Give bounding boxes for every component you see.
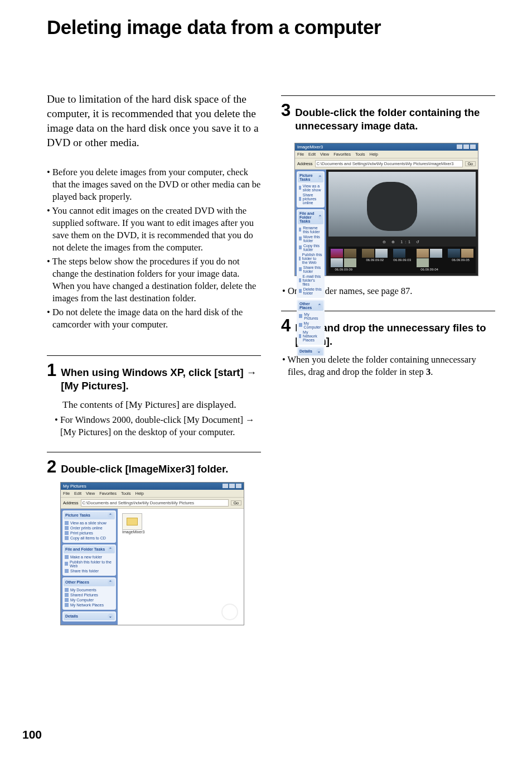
task-link[interactable]: Share pictures online bbox=[303, 193, 323, 205]
step-number: 1 bbox=[47, 361, 56, 379]
place-link[interactable]: My Computer bbox=[70, 598, 94, 602]
address-input[interactable] bbox=[315, 160, 463, 167]
bullet-item: Before you delete images from your compu… bbox=[47, 166, 261, 204]
task-link[interactable]: E-mail this folder's files bbox=[303, 274, 323, 286]
task-link[interactable]: Make a new folder bbox=[70, 555, 102, 559]
chevron-icon[interactable]: ⌃ bbox=[318, 303, 322, 308]
viewer-controls[interactable]: ⊖ ⊕ 1:1 ↺ bbox=[328, 239, 476, 247]
menu-item[interactable]: Favorites bbox=[99, 491, 117, 496]
address-label: Address bbox=[297, 161, 313, 166]
chevron-icon[interactable]: ⌃ bbox=[318, 175, 322, 180]
panel-header: File and Folder Tasks bbox=[65, 547, 105, 551]
folder-item-imagemixer3[interactable]: ImageMixer3 bbox=[122, 513, 143, 534]
step-number: 3 bbox=[281, 102, 291, 119]
place-icon bbox=[65, 593, 69, 597]
folder-group[interactable]: 06.09.09.02 bbox=[362, 249, 388, 262]
chevron-icon[interactable]: ⌄ bbox=[316, 349, 322, 354]
menu-item[interactable]: Favorites bbox=[333, 152, 351, 157]
task-link[interactable]: Publish this folder to the Web bbox=[302, 253, 322, 264]
task-link[interactable]: Publish this folder to the Web bbox=[70, 560, 114, 568]
task-link[interactable]: View as a slide show bbox=[303, 184, 322, 192]
place-link[interactable]: My Documents bbox=[70, 588, 96, 592]
menu-item[interactable]: File bbox=[297, 152, 304, 157]
menu-item[interactable]: Tools bbox=[121, 491, 131, 496]
menu-item[interactable]: Help bbox=[370, 152, 378, 157]
page-title: Deleting image data from a computer bbox=[47, 17, 495, 38]
chevron-icon[interactable]: ⌄ bbox=[108, 614, 113, 619]
task-icon bbox=[299, 245, 302, 249]
chevron-icon[interactable]: ⌃ bbox=[108, 547, 113, 552]
task-link[interactable]: Share this folder bbox=[303, 266, 323, 273]
thumbnail-strip[interactable]: 06.09.09.09 06.09.09.02 06.09.09.03 06.0… bbox=[328, 247, 476, 273]
place-link[interactable]: Shared Pictures bbox=[70, 593, 98, 597]
address-input[interactable] bbox=[81, 499, 229, 507]
step-number: 4 bbox=[281, 317, 291, 334]
step-cross-ref: 3 bbox=[426, 367, 431, 377]
menu-item[interactable]: Edit bbox=[74, 491, 81, 496]
menu-item[interactable]: Help bbox=[136, 491, 144, 496]
folder-group[interactable]: 06.09.09.03 bbox=[393, 249, 411, 262]
task-icon bbox=[65, 569, 69, 573]
folder-group-label: 06.09.09.05 bbox=[452, 258, 470, 262]
go-button[interactable]: Go bbox=[231, 500, 241, 505]
task-link[interactable]: Delete this folder bbox=[303, 287, 323, 295]
window-controls[interactable] bbox=[457, 144, 476, 149]
step-note: For Windows 2000, double-click [My Docum… bbox=[47, 414, 261, 439]
menu-item[interactable]: File bbox=[63, 491, 70, 496]
panel-header: Other Places bbox=[65, 580, 89, 584]
step-title: Double-click the folder containing the u… bbox=[295, 106, 495, 133]
menu-item[interactable]: Tools bbox=[355, 152, 365, 157]
task-link[interactable]: Copy all items to CD bbox=[70, 536, 106, 540]
divider bbox=[47, 452, 261, 452]
address-label: Address bbox=[63, 500, 79, 505]
task-icon bbox=[65, 531, 69, 535]
task-link[interactable]: Print pictures bbox=[70, 531, 93, 535]
place-link[interactable]: My Network Places bbox=[303, 330, 322, 342]
place-icon bbox=[65, 588, 69, 592]
panel-header: Details bbox=[65, 614, 78, 618]
chevron-icon[interactable]: ⌃ bbox=[108, 580, 113, 585]
step-title-b: [My Pictures]. bbox=[61, 380, 128, 392]
page-number: 100 bbox=[22, 728, 42, 741]
task-link[interactable]: Copy this folder bbox=[303, 244, 322, 252]
screenshot-my-pictures: My Pictures File Edit View Favorites Too… bbox=[60, 482, 244, 625]
task-icon bbox=[65, 521, 69, 525]
folder-group[interactable]: 06.09.09.04 bbox=[417, 249, 442, 271]
go-button[interactable]: Go bbox=[465, 161, 476, 166]
folder-group[interactable]: 06.09.09.09 bbox=[331, 249, 356, 271]
menu-item[interactable]: View bbox=[320, 152, 329, 157]
place-link[interactable]: My Computer bbox=[304, 321, 323, 329]
place-link[interactable]: My Network Places bbox=[70, 603, 104, 607]
task-link[interactable]: Rename this folder bbox=[303, 226, 322, 234]
place-link[interactable]: My Pictures bbox=[304, 312, 322, 320]
task-link[interactable]: Share this folder bbox=[70, 569, 99, 573]
explorer-sidebar: Picture Tasks⌃ View as a slide show Orde… bbox=[61, 509, 118, 625]
watermark-icon bbox=[221, 604, 238, 620]
menu-item[interactable]: Edit bbox=[308, 152, 316, 157]
task-icon bbox=[299, 278, 301, 282]
chevron-icon[interactable]: ⌃ bbox=[108, 513, 113, 518]
step-title: Double-click [ImageMixer3] folder. bbox=[61, 462, 261, 476]
menu-bar[interactable]: File Edit View Favorites Tools Help bbox=[295, 151, 478, 158]
explorer-sidebar: Picture Tasks⌃ View as a slide show Shar… bbox=[295, 170, 326, 276]
menu-bar[interactable]: File Edit View Favorites Tools Help bbox=[61, 490, 244, 498]
task-icon bbox=[299, 237, 302, 240]
task-icon bbox=[65, 526, 69, 530]
intro-paragraph: Due to limitation of the hard disk space… bbox=[47, 92, 261, 151]
window-controls[interactable] bbox=[223, 484, 241, 488]
task-link[interactable]: Order prints online bbox=[70, 526, 103, 530]
folder-group-label: 06.09.09.04 bbox=[420, 268, 438, 271]
bullet-item: You cannot edit images on the created DV… bbox=[47, 205, 261, 254]
folder-label: ImageMixer3 bbox=[122, 530, 143, 534]
bullet-item: Do not delete the image data on the hard… bbox=[47, 306, 261, 331]
folder-group[interactable]: 06.09.09.05 bbox=[448, 249, 473, 262]
place-icon bbox=[299, 334, 301, 338]
place-icon bbox=[65, 598, 69, 602]
menu-item[interactable]: View bbox=[86, 491, 95, 496]
task-link[interactable]: View as a slide show bbox=[70, 521, 107, 525]
step-title: Drag and drop the unnecessary files to [… bbox=[295, 321, 495, 348]
task-link[interactable]: Move this folder bbox=[303, 235, 322, 243]
chevron-icon[interactable]: ⌃ bbox=[318, 214, 322, 220]
step-note: When you delete the folder containing un… bbox=[281, 354, 495, 379]
panel-header: Picture Tasks bbox=[299, 173, 318, 181]
